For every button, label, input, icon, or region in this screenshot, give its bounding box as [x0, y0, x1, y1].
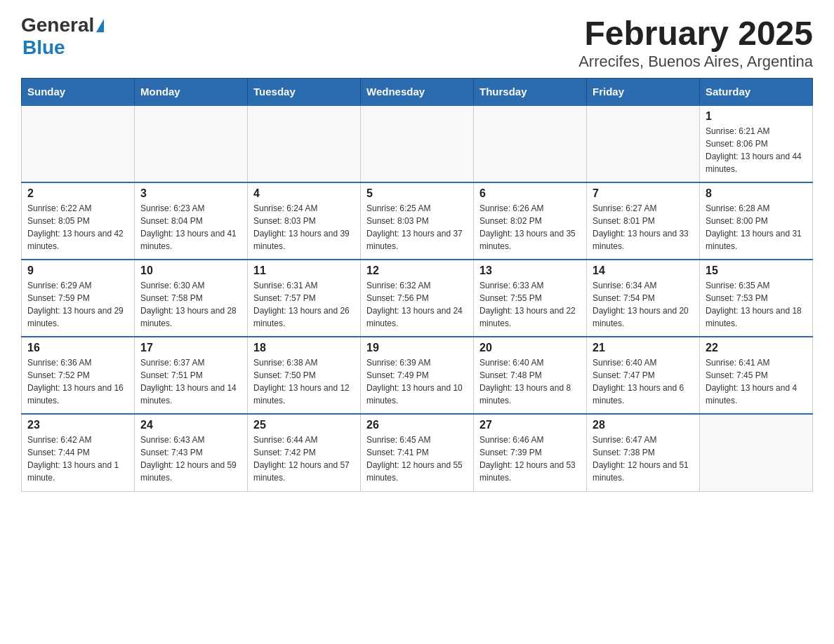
day-cell: 7Sunrise: 6:27 AM Sunset: 8:01 PM Daylig…: [587, 182, 700, 260]
day-info: Sunrise: 6:30 AM Sunset: 7:58 PM Dayligh…: [140, 279, 241, 330]
day-number: 19: [366, 342, 468, 354]
day-number: 11: [253, 264, 355, 277]
week-row-2: 2Sunrise: 6:22 AM Sunset: 8:05 PM Daylig…: [22, 182, 813, 260]
day-info: Sunrise: 6:37 AM Sunset: 7:51 PM Dayligh…: [140, 356, 241, 407]
day-cell: [474, 105, 587, 182]
day-cell: 17Sunrise: 6:37 AM Sunset: 7:51 PM Dayli…: [135, 337, 248, 414]
day-number: 16: [27, 342, 128, 354]
calendar-body: 1Sunrise: 6:21 AM Sunset: 8:06 PM Daylig…: [22, 105, 813, 491]
day-cell: 25Sunrise: 6:44 AM Sunset: 7:42 PM Dayli…: [248, 414, 361, 491]
day-number: 21: [593, 342, 694, 354]
day-info: Sunrise: 6:40 AM Sunset: 7:47 PM Dayligh…: [593, 356, 694, 407]
day-cell: 4Sunrise: 6:24 AM Sunset: 8:03 PM Daylig…: [248, 182, 361, 260]
day-info: Sunrise: 6:39 AM Sunset: 7:49 PM Dayligh…: [366, 356, 468, 407]
day-number: 2: [27, 187, 128, 200]
day-info: Sunrise: 6:33 AM Sunset: 7:55 PM Dayligh…: [479, 279, 581, 330]
day-info: Sunrise: 6:46 AM Sunset: 7:39 PM Dayligh…: [479, 434, 581, 484]
day-number: 25: [253, 419, 355, 431]
day-cell: 10Sunrise: 6:30 AM Sunset: 7:58 PM Dayli…: [135, 260, 248, 337]
logo-blue-text: Blue: [22, 36, 65, 59]
day-cell: [22, 105, 135, 182]
day-number: 14: [593, 264, 694, 277]
day-info: Sunrise: 6:25 AM Sunset: 8:03 PM Dayligh…: [366, 202, 468, 253]
day-info: Sunrise: 6:40 AM Sunset: 7:48 PM Dayligh…: [479, 356, 581, 407]
day-number: 26: [366, 419, 468, 431]
day-number: 9: [27, 264, 128, 277]
day-cell: 15Sunrise: 6:35 AM Sunset: 7:53 PM Dayli…: [700, 260, 813, 337]
day-number: 7: [593, 187, 694, 200]
day-cell: 23Sunrise: 6:42 AM Sunset: 7:44 PM Dayli…: [22, 414, 135, 491]
header-cell-monday: Monday: [135, 79, 248, 106]
day-cell: 19Sunrise: 6:39 AM Sunset: 7:49 PM Dayli…: [361, 337, 474, 414]
day-number: 27: [479, 419, 581, 431]
day-info: Sunrise: 6:27 AM Sunset: 8:01 PM Dayligh…: [593, 202, 694, 253]
day-info: Sunrise: 6:38 AM Sunset: 7:50 PM Dayligh…: [253, 356, 355, 407]
day-cell: 2Sunrise: 6:22 AM Sunset: 8:05 PM Daylig…: [22, 182, 135, 260]
calendar-header: SundayMondayTuesdayWednesdayThursdayFrid…: [22, 79, 813, 106]
day-number: 1: [706, 110, 807, 123]
day-info: Sunrise: 6:43 AM Sunset: 7:43 PM Dayligh…: [140, 434, 241, 484]
header-cell-tuesday: Tuesday: [248, 79, 361, 106]
day-cell: 5Sunrise: 6:25 AM Sunset: 8:03 PM Daylig…: [361, 182, 474, 260]
day-number: 24: [140, 419, 241, 431]
day-cell: [248, 105, 361, 182]
day-number: 6: [479, 187, 581, 200]
day-cell: [587, 105, 700, 182]
header-row: SundayMondayTuesdayWednesdayThursdayFrid…: [22, 79, 813, 106]
day-cell: 8Sunrise: 6:28 AM Sunset: 8:00 PM Daylig…: [700, 182, 813, 260]
day-info: Sunrise: 6:21 AM Sunset: 8:06 PM Dayligh…: [706, 125, 807, 175]
day-number: 15: [706, 264, 807, 277]
day-number: 3: [140, 187, 241, 200]
logo: General Blue: [21, 14, 104, 59]
day-cell: [700, 414, 813, 491]
day-cell: 28Sunrise: 6:47 AM Sunset: 7:38 PM Dayli…: [587, 414, 700, 491]
day-info: Sunrise: 6:32 AM Sunset: 7:56 PM Dayligh…: [366, 279, 468, 330]
day-info: Sunrise: 6:31 AM Sunset: 7:57 PM Dayligh…: [253, 279, 355, 330]
day-cell: 12Sunrise: 6:32 AM Sunset: 7:56 PM Dayli…: [361, 260, 474, 337]
header-cell-friday: Friday: [587, 79, 700, 106]
week-row-5: 23Sunrise: 6:42 AM Sunset: 7:44 PM Dayli…: [22, 414, 813, 491]
day-cell: 14Sunrise: 6:34 AM Sunset: 7:54 PM Dayli…: [587, 260, 700, 337]
day-number: 10: [140, 264, 241, 277]
page-header: General Blue February 2025 Arrecifes, Bu…: [21, 14, 813, 71]
day-number: 23: [27, 419, 128, 431]
day-info: Sunrise: 6:23 AM Sunset: 8:04 PM Dayligh…: [140, 202, 241, 253]
day-cell: 6Sunrise: 6:26 AM Sunset: 8:02 PM Daylig…: [474, 182, 587, 260]
day-info: Sunrise: 6:24 AM Sunset: 8:03 PM Dayligh…: [253, 202, 355, 253]
day-info: Sunrise: 6:45 AM Sunset: 7:41 PM Dayligh…: [366, 434, 468, 484]
logo-triangle-icon: [96, 19, 104, 32]
day-number: 5: [366, 187, 468, 200]
logo-general-text: General: [21, 14, 94, 36]
day-cell: 3Sunrise: 6:23 AM Sunset: 8:04 PM Daylig…: [135, 182, 248, 260]
day-number: 28: [593, 419, 694, 431]
day-info: Sunrise: 6:34 AM Sunset: 7:54 PM Dayligh…: [593, 279, 694, 330]
day-cell: 26Sunrise: 6:45 AM Sunset: 7:41 PM Dayli…: [361, 414, 474, 491]
header-cell-saturday: Saturday: [700, 79, 813, 106]
calendar-title: February 2025: [578, 14, 813, 53]
day-cell: 11Sunrise: 6:31 AM Sunset: 7:57 PM Dayli…: [248, 260, 361, 337]
week-row-3: 9Sunrise: 6:29 AM Sunset: 7:59 PM Daylig…: [22, 260, 813, 337]
day-cell: 9Sunrise: 6:29 AM Sunset: 7:59 PM Daylig…: [22, 260, 135, 337]
day-info: Sunrise: 6:28 AM Sunset: 8:00 PM Dayligh…: [706, 202, 807, 253]
week-row-1: 1Sunrise: 6:21 AM Sunset: 8:06 PM Daylig…: [22, 105, 813, 182]
day-number: 4: [253, 187, 355, 200]
day-cell: 24Sunrise: 6:43 AM Sunset: 7:43 PM Dayli…: [135, 414, 248, 491]
calendar-table: SundayMondayTuesdayWednesdayThursdayFrid…: [21, 78, 813, 492]
day-number: 13: [479, 264, 581, 277]
day-number: 12: [366, 264, 468, 277]
day-number: 8: [706, 187, 807, 200]
header-cell-sunday: Sunday: [22, 79, 135, 106]
day-cell: 27Sunrise: 6:46 AM Sunset: 7:39 PM Dayli…: [474, 414, 587, 491]
day-info: Sunrise: 6:29 AM Sunset: 7:59 PM Dayligh…: [27, 279, 128, 330]
day-number: 17: [140, 342, 241, 354]
day-info: Sunrise: 6:44 AM Sunset: 7:42 PM Dayligh…: [253, 434, 355, 484]
day-info: Sunrise: 6:47 AM Sunset: 7:38 PM Dayligh…: [593, 434, 694, 484]
day-number: 20: [479, 342, 581, 354]
day-info: Sunrise: 6:41 AM Sunset: 7:45 PM Dayligh…: [706, 356, 807, 407]
day-cell: 16Sunrise: 6:36 AM Sunset: 7:52 PM Dayli…: [22, 337, 135, 414]
day-cell: 13Sunrise: 6:33 AM Sunset: 7:55 PM Dayli…: [474, 260, 587, 337]
day-info: Sunrise: 6:35 AM Sunset: 7:53 PM Dayligh…: [706, 279, 807, 330]
day-cell: 21Sunrise: 6:40 AM Sunset: 7:47 PM Dayli…: [587, 337, 700, 414]
title-block: February 2025 Arrecifes, Buenos Aires, A…: [578, 14, 813, 71]
day-number: 22: [706, 342, 807, 354]
